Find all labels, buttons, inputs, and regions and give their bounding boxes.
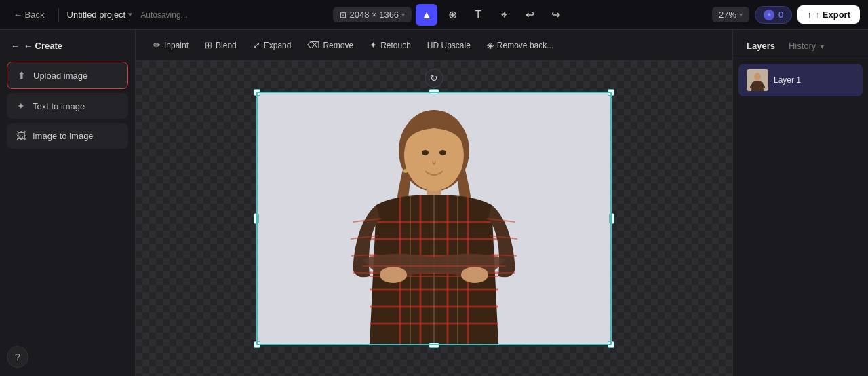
text-tool-button[interactable]: T <box>467 4 489 26</box>
lasso-tool-button[interactable]: ⊕ <box>441 4 463 26</box>
dimensions-value: 2048 × 1366 <box>349 10 399 20</box>
remove-label: Remove <box>323 41 353 50</box>
select-icon: ▲ <box>421 9 432 21</box>
back-button[interactable]: ← Back <box>8 7 50 22</box>
autosave-status: Autosaving... <box>140 10 187 20</box>
divider <box>58 8 59 22</box>
help-button[interactable]: ? <box>7 346 28 368</box>
left-panel: ← ← Create ⬆ Upload image ✦ Text to imag… <box>0 30 136 376</box>
lasso-icon: ⊕ <box>448 8 457 21</box>
remove-bg-label: Remove back... <box>497 41 553 50</box>
inpaint-button[interactable]: ✏ Inpaint <box>146 36 195 54</box>
right-panel: Layers History ▾ Layer 1 <box>732 30 868 376</box>
handle-bottom-left[interactable] <box>254 341 260 348</box>
handle-bottom-center[interactable] <box>429 343 439 348</box>
retouch-label: Retouch <box>380 41 411 50</box>
expand-button[interactable]: ⤢ Expand <box>246 36 298 54</box>
dimensions-selector[interactable]: ⊡ 2048 × 1366 ▾ <box>333 7 412 22</box>
hd-upscale-label: HD Upscale <box>427 41 471 50</box>
zoom-chevron-icon: ▾ <box>739 11 743 18</box>
remove-button[interactable]: ⌫ Remove <box>300 36 360 54</box>
inpaint-label: Inpaint <box>164 41 189 50</box>
handle-top-center[interactable] <box>429 89 439 94</box>
upload-icon: ⬆ <box>16 69 28 81</box>
export-icon: ↑ <box>807 10 812 20</box>
tab-layers[interactable]: Layers <box>743 38 779 54</box>
crop-tool-button[interactable]: ⌖ <box>493 4 515 26</box>
layer-name: Layer 1 <box>774 75 801 85</box>
chevron-down-icon: ▾ <box>401 11 405 18</box>
handle-middle-left[interactable] <box>254 213 259 224</box>
canvas-image <box>258 93 610 344</box>
image-to-image-icon: 🖼 <box>15 130 27 142</box>
export-label: ↑ Export <box>816 10 850 20</box>
credits-button[interactable]: ✦ 0 <box>755 6 792 24</box>
expand-icon: ⤢ <box>253 40 260 50</box>
create-back-icon: ← <box>11 41 20 51</box>
svg-point-34 <box>754 73 761 81</box>
tab-history[interactable]: History ▾ <box>785 38 828 54</box>
back-label: ← Back <box>14 10 45 20</box>
upload-image-label: Upload image <box>33 71 87 81</box>
project-title[interactable]: Untitled project ▾ <box>67 10 133 20</box>
image-to-image-label: Image to image <box>33 131 94 141</box>
tab-history-label: History <box>789 41 816 51</box>
blend-icon: ⊞ <box>205 40 212 50</box>
image-to-image-item[interactable]: 🖼 Image to image <box>7 123 128 149</box>
handle-bottom-right[interactable] <box>608 341 614 348</box>
upload-image-item[interactable]: ⬆ Upload image <box>7 62 128 89</box>
history-chevron-icon: ▾ <box>821 43 824 50</box>
resize-icon: ⊡ <box>340 10 347 20</box>
zoom-selector[interactable]: 27% ▾ <box>712 7 749 22</box>
refresh-icon: ↻ <box>430 73 438 83</box>
text-to-image-item[interactable]: ✦ Text to image <box>7 93 128 119</box>
svg-point-4 <box>422 150 429 155</box>
select-tool-button[interactable]: ▲ <box>416 4 437 26</box>
blend-button[interactable]: ⊞ Blend <box>198 36 243 54</box>
redo-icon: ↪ <box>551 8 560 21</box>
right-panel-tabs: Layers History ▾ <box>733 30 868 58</box>
undo-button[interactable]: ↩ <box>519 4 540 26</box>
canvas-content[interactable]: ↻ <box>136 61 732 376</box>
topbar-right: 27% ▾ ✦ 0 ↑ ↑ Export <box>712 5 860 24</box>
svg-point-32 <box>403 169 408 173</box>
svg-point-31 <box>461 267 488 283</box>
canvas-toolbar: ✏ Inpaint ⊞ Blend ⤢ Expand ⌫ Remove ✦ Re… <box>136 30 732 61</box>
svg-point-5 <box>439 150 446 155</box>
main-area: ← ← Create ⬆ Upload image ✦ Text to imag… <box>0 30 868 376</box>
text-icon: T <box>475 9 481 21</box>
undo-icon: ↩ <box>526 8 534 21</box>
dropdown-icon: ▾ <box>128 10 132 19</box>
crop-icon: ⌖ <box>501 9 507 21</box>
inpaint-icon: ✏ <box>153 40 161 50</box>
handle-top-left[interactable] <box>254 89 260 96</box>
redo-button[interactable]: ↪ <box>545 4 566 26</box>
credits-value: 0 <box>778 10 783 20</box>
credits-icon: ✦ <box>764 10 774 20</box>
blend-label: Blend <box>216 41 237 50</box>
export-button[interactable]: ↑ ↑ Export <box>797 5 860 24</box>
help-icon: ? <box>15 352 20 362</box>
image-container[interactable]: ↻ <box>258 93 610 344</box>
retouch-button[interactable]: ✦ Retouch <box>363 36 418 54</box>
handle-top-right[interactable] <box>608 89 614 96</box>
expand-label: Expand <box>264 41 292 50</box>
remove-icon: ⌫ <box>307 40 319 50</box>
layer-thumbnail <box>747 69 768 91</box>
svg-point-30 <box>380 267 407 283</box>
handle-middle-right[interactable] <box>609 213 614 224</box>
panel-header: ← ← Create <box>7 38 128 58</box>
remove-bg-button[interactable]: ◈ Remove back... <box>480 36 560 54</box>
retouch-icon: ✦ <box>370 40 377 50</box>
canvas-area: ✏ Inpaint ⊞ Blend ⤢ Expand ⌫ Remove ✦ Re… <box>136 30 732 376</box>
topbar: ← Back Untitled project ▾ Autosaving... … <box>0 0 868 30</box>
image-svg <box>258 93 610 344</box>
panel-title: ← Create <box>24 41 62 51</box>
refresh-button[interactable]: ↻ <box>425 69 443 88</box>
hd-upscale-button[interactable]: HD Upscale <box>420 37 477 54</box>
text-to-image-icon: ✦ <box>15 100 27 112</box>
zoom-value: 27% <box>719 10 736 20</box>
layer-item[interactable]: Layer 1 <box>738 64 863 96</box>
text-to-image-label: Text to image <box>33 101 85 111</box>
topbar-center: ⊡ 2048 × 1366 ▾ ▲ ⊕ T ⌖ ↩ ↪ <box>193 4 707 26</box>
